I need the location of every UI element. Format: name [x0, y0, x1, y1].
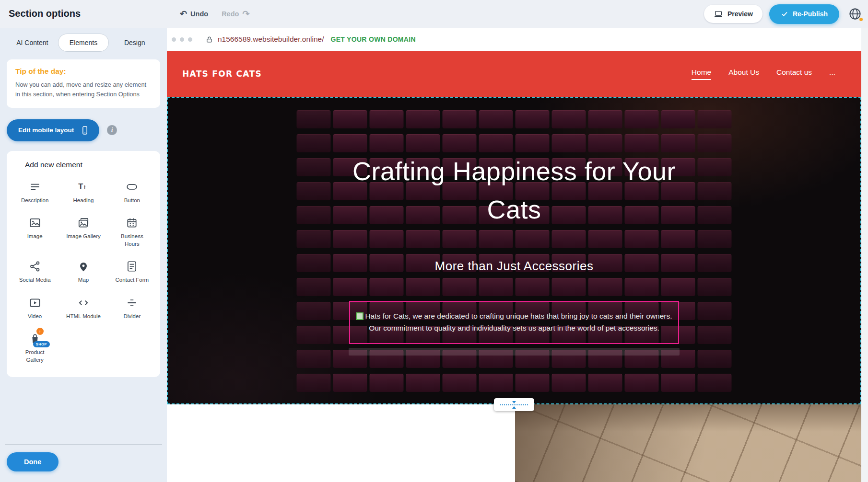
svg-text:T: T	[78, 182, 83, 191]
brick	[333, 230, 367, 248]
history-controls: ↶ Undo Redo ↷	[180, 0, 249, 28]
hero-heading[interactable]: Crafting Happiness for Your Cats	[349, 152, 680, 229]
brick	[406, 110, 440, 128]
tab-ai-content[interactable]: AI Content	[7, 34, 58, 52]
brick	[406, 374, 440, 392]
brick	[297, 110, 331, 128]
brick	[625, 134, 659, 152]
paragraph-selection-box[interactable]: Hats for Cats, we are dedicated to craft…	[349, 301, 679, 344]
redo-label: Redo	[222, 10, 239, 18]
laptop-icon	[714, 9, 723, 19]
social-media-icon	[29, 259, 41, 274]
brick	[297, 302, 331, 320]
brick	[479, 134, 513, 152]
hero-subheading[interactable]: More than Just Accessories	[167, 259, 861, 274]
element-html-module[interactable]: HTML Module	[59, 291, 107, 324]
nav-item-contact[interactable]: Contact us	[776, 68, 812, 80]
resize-dash-line	[500, 404, 528, 405]
brick	[297, 350, 331, 368]
done-button[interactable]: Done	[7, 452, 59, 471]
brick	[443, 278, 477, 296]
element-product-gallery[interactable]: ↑ SHOP Product Gallery	[11, 327, 59, 367]
element-heading[interactable]: T t Heading	[59, 175, 107, 208]
tab-elements[interactable]: Elements	[58, 34, 109, 52]
site-preview: HATS FOR CATS Home About Us Contact us .…	[167, 51, 861, 482]
brick	[552, 278, 586, 296]
element-map[interactable]: Map	[59, 254, 107, 288]
brick	[297, 326, 331, 344]
brick	[297, 278, 331, 296]
brick	[370, 278, 404, 296]
element-business-hours[interactable]: Business Hours	[108, 211, 156, 252]
hero-section[interactable]: Crafting Happiness for Your Cats More th…	[167, 97, 861, 404]
tip-title: Tip of the day:	[15, 67, 152, 76]
brick	[661, 134, 695, 152]
brick	[406, 230, 440, 248]
brick	[479, 278, 513, 296]
brick	[698, 206, 732, 224]
brick	[479, 230, 513, 248]
undo-label: Undo	[190, 10, 208, 18]
brick	[588, 230, 622, 248]
nav-item-home[interactable]: Home	[692, 68, 711, 80]
nav-item-more[interactable]: ...	[829, 68, 835, 80]
site-logo[interactable]: HATS FOR CATS	[182, 69, 262, 79]
browser-bar: n1566589.websitebuilder.online/ GET YOUR…	[167, 28, 861, 51]
tab-design[interactable]: Design	[109, 34, 160, 52]
scrollbar-track	[861, 28, 868, 482]
edit-mobile-layout-button[interactable]: Edit mobile layout	[7, 119, 99, 141]
brick	[698, 350, 732, 368]
republish-button[interactable]: Re-Publish	[769, 4, 839, 24]
element-description[interactable]: Description	[11, 175, 59, 208]
site-header[interactable]: HATS FOR CATS Home About Us Contact us .…	[167, 51, 861, 97]
svg-text:t: t	[84, 184, 86, 191]
site-url[interactable]: n1566589.websitebuilder.online/	[218, 35, 324, 44]
hero-paragraph[interactable]: Hats for Cats, we are dedicated to craft…	[355, 310, 673, 334]
brick	[588, 278, 622, 296]
element-grid: Description T t Heading Button	[11, 175, 156, 368]
brick	[698, 278, 732, 296]
brick	[588, 134, 622, 152]
heading-icon: T t	[77, 180, 90, 194]
next-section[interactable]	[167, 404, 861, 482]
nav-item-about[interactable]: About Us	[728, 68, 759, 80]
video-icon	[29, 296, 41, 310]
html-module-icon	[77, 296, 90, 310]
language-globe-button[interactable]	[846, 5, 864, 23]
brick	[552, 134, 586, 152]
element-image-gallery[interactable]: Image Gallery	[59, 211, 107, 252]
brick	[698, 182, 732, 200]
section-resize-handle[interactable]	[494, 398, 534, 411]
brick	[698, 110, 732, 128]
brick	[625, 374, 659, 392]
shop-badge: SHOP	[33, 341, 50, 347]
brick	[406, 278, 440, 296]
brick	[479, 110, 513, 128]
brick	[370, 110, 404, 128]
element-video[interactable]: Video	[11, 291, 59, 324]
check-icon	[781, 10, 788, 18]
info-icon[interactable]: i	[107, 125, 117, 135]
element-button[interactable]: Button	[108, 175, 156, 208]
element-divider[interactable]: Divider	[108, 291, 156, 324]
brick	[698, 158, 732, 176]
stone-tiles-image	[515, 404, 861, 482]
preview-button[interactable]: Preview	[704, 5, 762, 23]
image-icon	[29, 216, 41, 230]
redo-button[interactable]: Redo ↷	[222, 10, 249, 18]
element-contact-form[interactable]: Contact Form	[108, 254, 156, 288]
element-social-media[interactable]: Social Media	[11, 254, 59, 288]
brick	[516, 134, 550, 152]
undo-icon: ↶	[180, 10, 187, 18]
undo-button[interactable]: ↶ Undo	[180, 10, 208, 18]
element-image[interactable]: Image	[11, 211, 59, 252]
tip-body: Now you can add, move and resize any ele…	[15, 80, 152, 99]
brick	[661, 374, 695, 392]
resize-arrow-down-icon	[512, 401, 516, 403]
brick	[370, 374, 404, 392]
brick	[552, 374, 586, 392]
green-resize-handle[interactable]	[356, 312, 364, 320]
brick	[479, 374, 513, 392]
description-icon	[29, 180, 41, 194]
get-domain-link[interactable]: GET YOUR OWN DOMAIN	[330, 35, 415, 43]
